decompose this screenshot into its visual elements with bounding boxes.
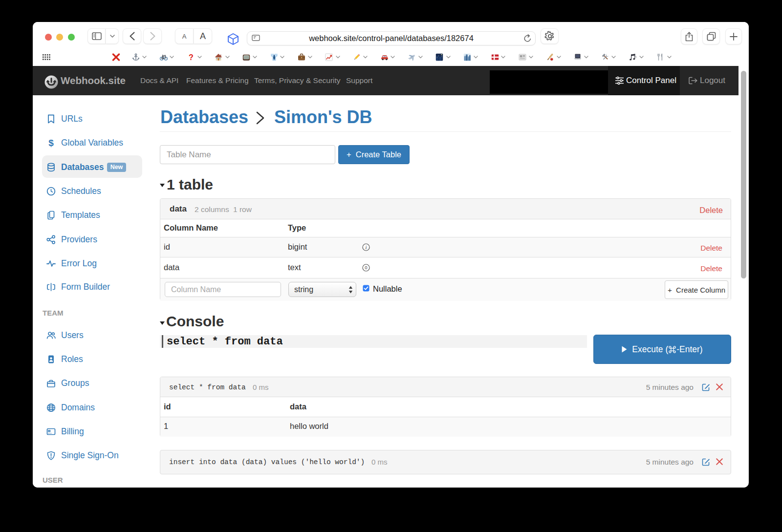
svg-text:$: $	[48, 138, 54, 148]
svg-text:?: ?	[189, 53, 194, 61]
svg-text:0: 0	[365, 265, 367, 270]
svg-text:i: i	[366, 245, 367, 250]
